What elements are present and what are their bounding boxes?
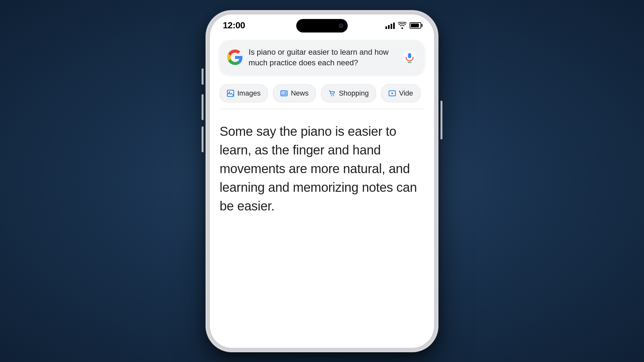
filter-row: Images News [210, 81, 434, 109]
images-filter-chip[interactable]: Images [220, 84, 268, 102]
google-logo-icon [227, 50, 243, 65]
volume-down-button[interactable] [202, 126, 204, 152]
images-icon [227, 90, 234, 97]
camera-dot [339, 23, 343, 28]
images-label: Images [237, 89, 260, 97]
shopping-filter-chip[interactable]: Shopping [321, 84, 376, 102]
phone-screen: 12:00 [210, 14, 434, 348]
dynamic-island [296, 19, 348, 32]
status-bar: 12:00 [210, 14, 434, 34]
wifi-icon [398, 22, 406, 29]
svg-point-12 [333, 95, 334, 96]
search-bar[interactable]: Is piano or guitar easier to learn and h… [220, 40, 424, 75]
mute-button[interactable] [202, 69, 204, 85]
battery-fill [411, 23, 419, 27]
search-query-text: Is piano or guitar easier to learn and h… [249, 47, 397, 68]
videos-filter-chip[interactable]: Vide [381, 84, 421, 102]
battery-icon [410, 22, 421, 29]
shopping-label: Shopping [339, 89, 369, 97]
svg-rect-1 [408, 53, 411, 58]
mic-icon[interactable] [402, 50, 417, 64]
signal-icon [385, 22, 395, 29]
news-filter-chip[interactable]: News [273, 84, 316, 102]
videos-label: Vide [399, 89, 413, 97]
svg-rect-7 [281, 91, 283, 94]
volume-up-button[interactable] [202, 94, 204, 120]
status-icons [385, 22, 421, 29]
svg-point-11 [331, 95, 332, 96]
video-icon [389, 90, 396, 97]
svg-point-5 [229, 91, 230, 93]
phone-device: 12:00 [206, 11, 438, 352]
shopping-icon [328, 90, 336, 97]
news-label: News [291, 89, 308, 97]
status-time: 12:00 [223, 20, 245, 31]
power-button[interactable] [440, 101, 442, 139]
answer-content: Some say the piano is easier to learn, a… [210, 109, 434, 228]
svg-marker-14 [392, 92, 393, 94]
phone-frame: 12:00 [206, 11, 438, 352]
answer-text: Some say the piano is easier to learn, a… [220, 122, 424, 215]
search-container: Is piano or guitar easier to learn and h… [210, 34, 434, 81]
news-icon [280, 90, 288, 97]
